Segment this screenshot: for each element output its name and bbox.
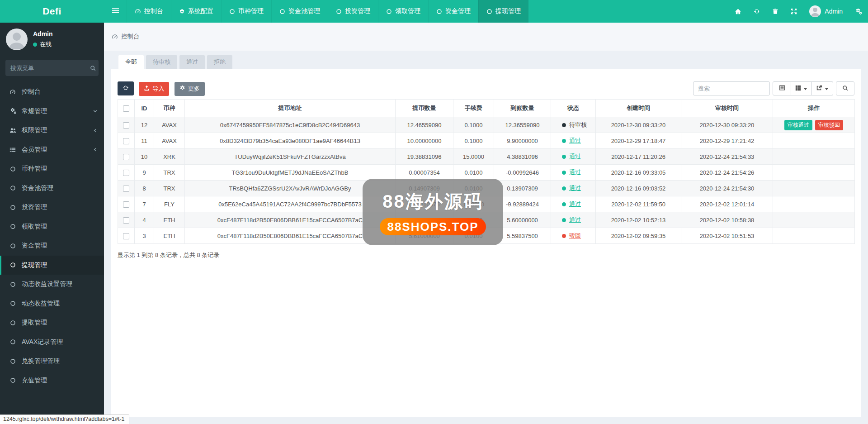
chevron-left-icon <box>93 128 98 133</box>
tab-待审核[interactable]: 待审核 <box>146 55 177 69</box>
gauge-icon <box>8 89 18 95</box>
detail-view-button[interactable] <box>773 81 791 95</box>
export-button[interactable] <box>812 81 833 95</box>
sidebar-item-提现管理[interactable]: 提现管理 <box>0 256 104 275</box>
status-label[interactable]: 通过 <box>569 216 581 223</box>
sidebar-item-会员管理[interactable]: 会员管理 <box>0 140 104 160</box>
navbar-item-资金池管理[interactable]: 资金池管理 <box>271 0 328 23</box>
status-label[interactable]: 通过 <box>569 153 581 160</box>
cell-actions <box>773 165 855 181</box>
cell-fee: 0.0100 <box>453 212 494 228</box>
search-button[interactable] <box>836 81 854 95</box>
sidebar-item-领取管理[interactable]: 领取管理 <box>0 217 104 237</box>
sidebar-item-AVAX记录管理[interactable]: AVAX记录管理 <box>0 333 104 352</box>
sidebar-search-input[interactable] <box>10 65 90 71</box>
cell-address: 0x6747459950FF5847875c1eC9fD8cB2C494D696… <box>185 117 396 133</box>
navbar-item-系统配置[interactable]: 系统配置 <box>171 0 221 23</box>
sidebar-menu: 控制台常规管理权限管理会员管理币种管理资金池管理投资管理领取管理资金管理提现管理… <box>0 82 104 390</box>
trash-icon[interactable] <box>772 8 778 14</box>
sidebar-item-控制台[interactable]: 控制台 <box>0 82 104 102</box>
checkbox[interactable] <box>123 217 129 224</box>
checkbox[interactable] <box>123 233 129 239</box>
checkbox[interactable] <box>123 170 129 176</box>
checkbox[interactable] <box>123 154 129 160</box>
status-label[interactable]: 通过 <box>569 137 581 144</box>
cell-id: 7 <box>135 196 154 212</box>
cogs-icon[interactable] <box>855 8 862 15</box>
cell-actual: 12.36559090 <box>494 117 551 133</box>
navbar-item-资金管理[interactable]: 资金管理 <box>428 0 478 23</box>
app-logo[interactable]: Defi <box>0 0 104 23</box>
sidebar-item-充值管理[interactable]: 充值管理 <box>0 371 104 391</box>
reject-button[interactable]: 审核驳回 <box>815 120 843 130</box>
main-panel: 导入 更多 ID币种提币地址提币数量手续费到账数量状态创建时间审核时间操作 12… <box>111 69 861 417</box>
sidebar-item-资金管理[interactable]: 资金管理 <box>0 236 104 256</box>
sidebar-item-兑换管理管理[interactable]: 兑换管理管理 <box>0 352 104 371</box>
checkbox[interactable] <box>123 201 129 208</box>
navbar-item-控制台[interactable]: 控制台 <box>127 0 171 23</box>
cell-amount: 5.61000000 <box>396 228 453 244</box>
checkbox[interactable] <box>123 186 129 192</box>
status-label[interactable]: 驳回 <box>569 232 581 239</box>
users-icon <box>8 127 18 134</box>
column-header-手续费: 手续费 <box>453 100 494 117</box>
tab-全部[interactable]: 全部 <box>118 55 144 69</box>
cell-reviewed: 2020-12-24 21:54:30 <box>681 181 773 196</box>
navbar-item-币种管理[interactable]: 币种管理 <box>221 0 271 23</box>
cell-amount: 19.38831096 <box>396 149 453 165</box>
cell-id: 12 <box>135 117 154 133</box>
status-dot <box>562 234 566 238</box>
sidebar-item-币种管理[interactable]: 币种管理 <box>0 159 104 179</box>
sidebar-item-投资管理[interactable]: 投资管理 <box>0 198 104 217</box>
table-header-row: ID币种提币地址提币数量手续费到账数量状态创建时间审核时间操作 <box>118 100 855 117</box>
tab-拒绝[interactable]: 拒绝 <box>207 55 232 69</box>
sidebar-item-权限管理[interactable]: 权限管理 <box>0 121 104 140</box>
refresh-icon[interactable] <box>754 8 760 14</box>
sidebar-item-常规管理[interactable]: 常规管理 <box>0 102 104 121</box>
cell-coin: TRX <box>154 181 185 196</box>
breadcrumb-label[interactable]: 控制台 <box>121 33 140 41</box>
cell-address: 0xcF487F118d2B50E806DBB61E15caFCCA6507B7… <box>185 212 396 228</box>
cell-created: 2020-12-02 10:52:13 <box>596 212 681 228</box>
sidebar-item-动态收益设置管理[interactable]: 动态收益设置管理 <box>0 275 104 294</box>
cell-status: 通过 <box>551 196 596 212</box>
sidebar-item-动态收益管理[interactable]: 动态收益管理 <box>0 294 104 314</box>
user-menu[interactable]: Admin <box>809 5 843 17</box>
column-header-到账数量: 到账数量 <box>494 100 551 117</box>
checkbox[interactable] <box>123 122 129 129</box>
cell-actions <box>773 133 855 149</box>
navbar-item-提现管理[interactable]: 提现管理 <box>478 0 528 23</box>
refresh-button[interactable] <box>118 81 134 95</box>
status-label[interactable]: 通过 <box>569 185 581 191</box>
checkbox[interactable] <box>123 105 129 112</box>
navbar-right: Admin <box>735 0 862 23</box>
row-checkbox-cell <box>118 181 135 196</box>
columns-button[interactable] <box>791 81 812 95</box>
sidebar-item-资金池管理[interactable]: 资金池管理 <box>0 179 104 198</box>
table-search-input[interactable] <box>693 81 770 95</box>
import-button[interactable]: 导入 <box>139 82 169 96</box>
home-icon[interactable] <box>735 8 741 15</box>
select-all-checkbox[interactable] <box>118 100 135 117</box>
sidebar-toggle-button[interactable] <box>104 0 127 23</box>
caret-down-icon <box>825 85 829 93</box>
checkbox[interactable] <box>123 138 129 144</box>
sidebar-item-提取管理[interactable]: 提取管理 <box>0 313 104 333</box>
navbar-item-领取管理[interactable]: 领取管理 <box>378 0 428 23</box>
cell-fee: 10.0000 <box>453 196 494 212</box>
status-label[interactable]: 通过 <box>569 200 581 207</box>
cogs-icon <box>8 108 18 114</box>
navbar-menu: 控制台系统配置币种管理资金池管理投资管理领取管理资金管理提现管理 <box>127 0 528 23</box>
table-row-7: 7FLY0x5E62eCa45A45191AC72AA2f4C9997bc7BD… <box>118 196 855 212</box>
status-label[interactable]: 通过 <box>569 169 581 176</box>
tab-通过[interactable]: 通过 <box>179 55 205 69</box>
cell-amount: 0.14907309 <box>396 181 453 196</box>
more-button[interactable]: 更多 <box>175 82 205 96</box>
expand-icon[interactable] <box>791 8 797 14</box>
approve-button[interactable]: 审核通过 <box>784 120 812 130</box>
chevron-down-icon <box>93 109 98 114</box>
status-url-tooltip: 1245.rglxc.top/defi/withdraw.html?addtab… <box>0 414 129 424</box>
navbar-item-投资管理[interactable]: 投资管理 <box>328 0 378 23</box>
cell-actions <box>773 196 855 212</box>
cell-fee: 0.0100 <box>453 181 494 196</box>
